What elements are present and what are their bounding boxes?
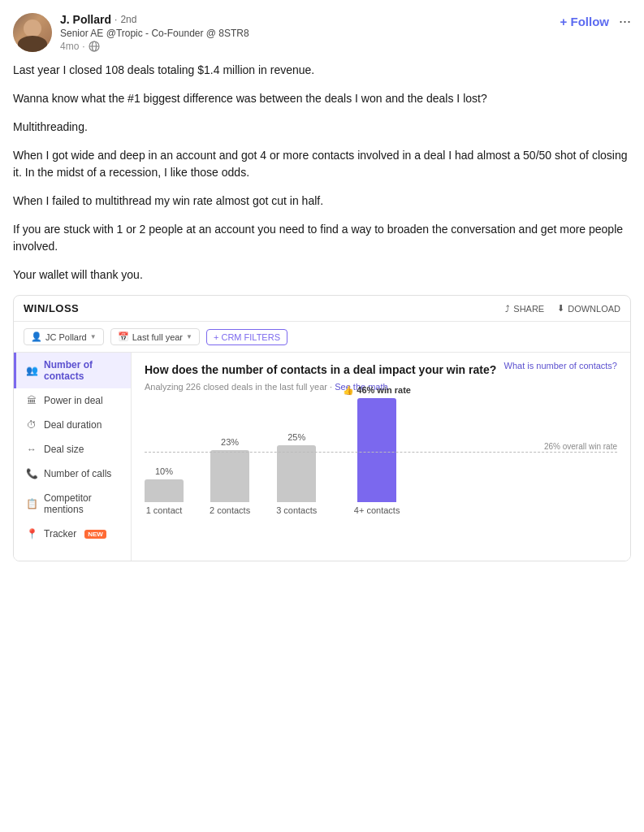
user-filter-icon: 👤 (31, 332, 42, 342)
nav-item-tracker[interactable]: 📍 Tracker NEW (14, 522, 131, 546)
thumbs-up-icon: 👍 (343, 385, 354, 396)
bar-bottom-4: 4+ contacts (354, 505, 400, 515)
nav-item-duration[interactable]: ⏱ Deal duration (14, 413, 131, 437)
chart-title-section: WIN/LOSS (24, 302, 79, 314)
header-actions: + Follow ··· (560, 13, 631, 30)
post-paragraph-2: Wanna know what the #1 biggest differenc… (13, 90, 631, 107)
post-paragraph-5: When I failed to multithread my win rate… (13, 193, 631, 210)
bar-4 (357, 398, 396, 502)
bar-group-1contact: 10% 1 contact (145, 466, 184, 515)
nav-item-size[interactable]: ↔ Deal size (14, 437, 131, 462)
post-paragraph-4: When I got wide and deep in an account a… (13, 147, 631, 181)
more-button[interactable]: ··· (619, 13, 631, 30)
period-chevron-icon: ▼ (186, 333, 192, 340)
win-loss-label: WIN/LOSS (24, 302, 79, 314)
share-icon: ⤴ (505, 304, 510, 314)
download-icon: ⬇ (557, 303, 564, 314)
nav-item-power[interactable]: 🏛 Power in deal (14, 388, 131, 413)
nav-calls-label: Number of calls (44, 468, 111, 479)
download-button[interactable]: ⬇ DOWNLOAD (557, 303, 620, 314)
nav-duration-label: Deal duration (44, 419, 102, 431)
tracker-icon: 📍 (26, 528, 37, 540)
nav-competitor-label: Competitor mentions (44, 492, 121, 515)
post-paragraph-1: Last year I closed 108 deals totaling $1… (13, 62, 631, 79)
overall-rate-label: 26% overall win rate (544, 442, 617, 451)
user-info-section: J. Pollard · 2nd Senior AE @Tropic - Co-… (13, 13, 249, 52)
bar-chart: 10% 1 contact 23% 2 contacts 25% (145, 401, 617, 531)
nav-item-contacts[interactable]: 👥 Number of contacts (14, 353, 131, 388)
chevron-down-icon: ▼ (90, 333, 97, 340)
post-paragraph-3: Multithreading. (13, 119, 631, 136)
power-icon: 🏛 (26, 395, 37, 406)
bar-2 (210, 450, 249, 502)
bar-bottom-3: 3 contacts (276, 505, 317, 515)
crm-filter-label: + CRM FILTERS (214, 332, 280, 342)
globe-icon (89, 41, 100, 52)
nav-tracker-label: Tracker (44, 528, 76, 540)
bar-pct-2: 23% (221, 437, 239, 447)
size-icon: ↔ (26, 444, 37, 455)
degree-badge: · (115, 14, 117, 25)
post-paragraph-6: If you are stuck with 1 or 2 people at a… (13, 221, 631, 255)
chart-content: 👥 Number of contacts 🏛 Power in deal ⏱ D… (14, 353, 630, 561)
bar-bottom-1: 1 contact (146, 505, 183, 515)
nav-size-label: Deal size (44, 444, 84, 455)
period-filter-label: Last full year (132, 332, 183, 342)
user-filter-label: JC Pollard (45, 332, 87, 342)
bar-1 (145, 479, 184, 502)
nav-item-calls[interactable]: 📞 Number of calls (14, 462, 131, 486)
user-info: J. Pollard · 2nd Senior AE @Tropic - Co-… (60, 13, 249, 52)
bar-3 (277, 445, 316, 502)
share-button[interactable]: ⤴ SHARE (505, 304, 544, 314)
competitor-icon: 📋 (26, 498, 37, 509)
post-header: J. Pollard · 2nd Senior AE @Tropic - Co-… (13, 13, 631, 52)
period-filter-icon: 📅 (118, 332, 129, 342)
contacts-icon: 👥 (26, 365, 37, 376)
follow-button[interactable]: + Follow (560, 15, 609, 28)
connection-degree: 2nd (120, 14, 136, 25)
filters-row: 👤 JC Pollard ▼ 📅 Last full year ▼ + CRM … (14, 322, 630, 353)
nav-power-label: Power in deal (44, 395, 103, 406)
main-chart-area: What is number of contacts? How does the… (132, 353, 630, 561)
download-label: DOWNLOAD (568, 304, 620, 314)
bar-pct-3: 25% (287, 432, 305, 442)
duration-icon: ⏱ (26, 419, 37, 431)
chart-actions: ⤴ SHARE ⬇ DOWNLOAD (505, 303, 620, 314)
post-meta: 4mo · (60, 41, 249, 52)
post-body: Last year I closed 108 deals totaling $1… (13, 62, 631, 284)
user-title: Senior AE @Tropic - Co-Founder @ 8STR8 (60, 28, 249, 39)
chart-header: WIN/LOSS ⤴ SHARE ⬇ DOWNLOAD (14, 296, 630, 322)
dot-separator: · (82, 41, 84, 52)
sidebar-nav: 👥 Number of contacts 🏛 Power in deal ⏱ D… (14, 353, 132, 561)
win-rate-label: 👍 46% win rate (343, 385, 411, 396)
avatar[interactable] (13, 13, 52, 52)
crm-filter[interactable]: + CRM FILTERS (206, 329, 287, 345)
user-name[interactable]: J. Pollard (60, 13, 111, 26)
period-filter[interactable]: 📅 Last full year ▼ (110, 328, 200, 345)
new-badge: NEW (84, 530, 106, 539)
chart-subtext-main: Analyzing 226 closed deals in the last f… (145, 382, 335, 392)
nav-item-competitor[interactable]: 📋 Competitor mentions (14, 486, 131, 522)
what-is-link[interactable]: What is number of contacts? (504, 362, 617, 370)
bar-group-2contacts: 23% 2 contacts (210, 437, 250, 515)
calls-icon: 📞 (26, 468, 37, 479)
share-label: SHARE (513, 304, 544, 314)
bar-group-4contacts: 👍 46% win rate 4+ contacts (343, 385, 411, 515)
nav-contacts-label: Number of contacts (44, 359, 121, 382)
bar-pct-1: 10% (155, 466, 173, 476)
post-container: J. Pollard · 2nd Senior AE @Tropic - Co-… (0, 0, 644, 561)
chart-section: WIN/LOSS ⤴ SHARE ⬇ DOWNLOAD 👤 JC Pollard… (13, 295, 631, 561)
user-filter[interactable]: 👤 JC Pollard ▼ (24, 328, 104, 345)
bar-group-3contacts: 25% 3 contacts (276, 432, 317, 515)
post-paragraph-7: Your wallet will thank you. (13, 266, 631, 284)
win-rate-text: 46% win rate (357, 385, 411, 395)
post-age: 4mo (60, 41, 79, 52)
bar-bottom-2: 2 contacts (210, 505, 250, 515)
